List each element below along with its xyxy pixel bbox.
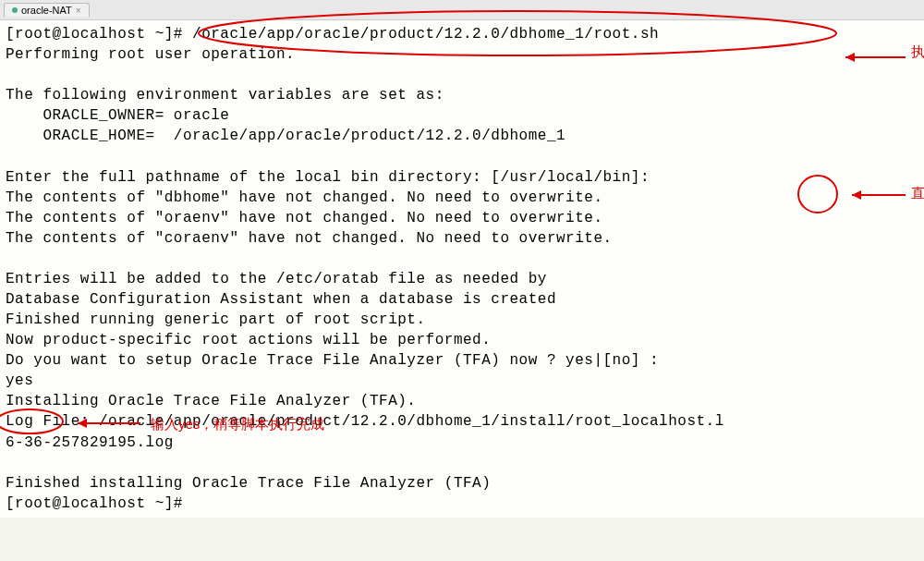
output-line: Installing Oracle Trace File Analyzer (T… bbox=[6, 393, 416, 409]
tab-label: oracle-NAT bbox=[21, 5, 72, 16]
status-dot-icon bbox=[12, 7, 18, 13]
output-line: Database Configuration Assistant when a … bbox=[6, 291, 556, 308]
output-line: Enter the full pathname of the local bin… bbox=[6, 169, 650, 186]
tab-bar: oracle-NAT × bbox=[0, 0, 924, 20]
output-line: The contents of "coraenv" have not chang… bbox=[6, 230, 613, 247]
prompt: [root@localhost ~]# bbox=[6, 26, 192, 43]
output-line: ORACLE_OWNER= oracle bbox=[6, 107, 229, 124]
output-line: The contents of "oraenv" have not change… bbox=[6, 210, 603, 226]
output-line: Entries will be added to the /etc/oratab… bbox=[6, 271, 547, 287]
output-line: Do you want to setup Oracle Trace File A… bbox=[6, 352, 659, 369]
output-line: 6-36-257829195.log bbox=[6, 434, 174, 451]
output-line: ORACLE_HOME= /oracle/app/oracle/product/… bbox=[6, 128, 565, 144]
terminal-output[interactable]: [root@localhost ~]# /oracle/app/oracle/p… bbox=[0, 20, 924, 518]
tab-oracle-nat[interactable]: oracle-NAT × bbox=[4, 3, 90, 17]
output-line: Log File: /oracle/app/oracle/product/12.… bbox=[6, 413, 724, 430]
output-line: Performing root user operation. bbox=[6, 46, 295, 63]
output-line: The contents of "dbhome" have not change… bbox=[6, 189, 603, 206]
command: /oracle/app/oracle/product/12.2.0/dbhome… bbox=[192, 26, 659, 43]
output-line: Now product-specific root actions will b… bbox=[6, 332, 491, 348]
user-input: yes bbox=[6, 372, 33, 389]
close-icon[interactable]: × bbox=[76, 6, 81, 16]
output-line: The following environment variables are … bbox=[6, 87, 444, 104]
prompt: [root@localhost ~]# bbox=[6, 495, 183, 512]
output-line: Finished running generic part of root sc… bbox=[6, 311, 426, 328]
output-line: Finished installing Oracle Trace File An… bbox=[6, 475, 491, 492]
